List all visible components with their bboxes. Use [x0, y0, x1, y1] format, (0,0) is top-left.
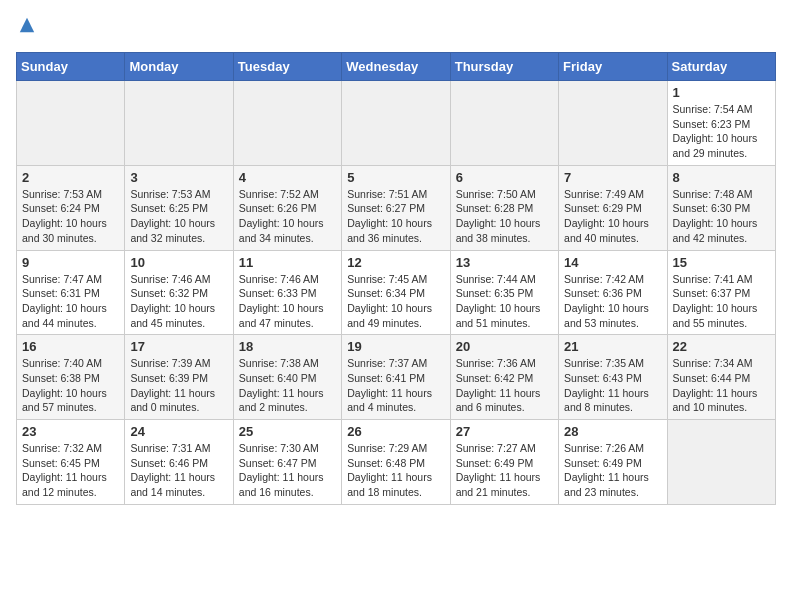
calendar-cell: 25Sunrise: 7:30 AMSunset: 6:47 PMDayligh…	[233, 420, 341, 505]
day-number: 9	[22, 255, 119, 270]
calendar-cell: 6Sunrise: 7:50 AMSunset: 6:28 PMDaylight…	[450, 165, 558, 250]
day-info: Sunrise: 7:42 AMSunset: 6:36 PMDaylight:…	[564, 272, 661, 331]
calendar-cell: 7Sunrise: 7:49 AMSunset: 6:29 PMDaylight…	[559, 165, 667, 250]
day-info: Sunrise: 7:38 AMSunset: 6:40 PMDaylight:…	[239, 356, 336, 415]
day-number: 11	[239, 255, 336, 270]
day-number: 22	[673, 339, 770, 354]
day-number: 3	[130, 170, 227, 185]
day-info: Sunrise: 7:30 AMSunset: 6:47 PMDaylight:…	[239, 441, 336, 500]
calendar-cell	[450, 81, 558, 166]
calendar-header-monday: Monday	[125, 53, 233, 81]
day-info: Sunrise: 7:53 AMSunset: 6:25 PMDaylight:…	[130, 187, 227, 246]
calendar-cell: 17Sunrise: 7:39 AMSunset: 6:39 PMDayligh…	[125, 335, 233, 420]
calendar-week-row: 2Sunrise: 7:53 AMSunset: 6:24 PMDaylight…	[17, 165, 776, 250]
day-number: 19	[347, 339, 444, 354]
day-number: 10	[130, 255, 227, 270]
calendar-header-tuesday: Tuesday	[233, 53, 341, 81]
calendar-header-wednesday: Wednesday	[342, 53, 450, 81]
calendar-cell: 11Sunrise: 7:46 AMSunset: 6:33 PMDayligh…	[233, 250, 341, 335]
calendar-week-row: 1Sunrise: 7:54 AMSunset: 6:23 PMDaylight…	[17, 81, 776, 166]
calendar-cell: 21Sunrise: 7:35 AMSunset: 6:43 PMDayligh…	[559, 335, 667, 420]
day-info: Sunrise: 7:47 AMSunset: 6:31 PMDaylight:…	[22, 272, 119, 331]
day-number: 5	[347, 170, 444, 185]
day-info: Sunrise: 7:29 AMSunset: 6:48 PMDaylight:…	[347, 441, 444, 500]
day-info: Sunrise: 7:41 AMSunset: 6:37 PMDaylight:…	[673, 272, 770, 331]
calendar-cell	[125, 81, 233, 166]
calendar-cell: 22Sunrise: 7:34 AMSunset: 6:44 PMDayligh…	[667, 335, 775, 420]
day-number: 23	[22, 424, 119, 439]
day-number: 8	[673, 170, 770, 185]
day-number: 26	[347, 424, 444, 439]
day-number: 21	[564, 339, 661, 354]
calendar-header-friday: Friday	[559, 53, 667, 81]
day-number: 20	[456, 339, 553, 354]
day-number: 14	[564, 255, 661, 270]
day-info: Sunrise: 7:53 AMSunset: 6:24 PMDaylight:…	[22, 187, 119, 246]
calendar-cell: 12Sunrise: 7:45 AMSunset: 6:34 PMDayligh…	[342, 250, 450, 335]
calendar-cell: 24Sunrise: 7:31 AMSunset: 6:46 PMDayligh…	[125, 420, 233, 505]
day-number: 16	[22, 339, 119, 354]
day-number: 28	[564, 424, 661, 439]
day-info: Sunrise: 7:46 AMSunset: 6:32 PMDaylight:…	[130, 272, 227, 331]
day-info: Sunrise: 7:37 AMSunset: 6:41 PMDaylight:…	[347, 356, 444, 415]
calendar-cell: 15Sunrise: 7:41 AMSunset: 6:37 PMDayligh…	[667, 250, 775, 335]
day-number: 4	[239, 170, 336, 185]
day-number: 27	[456, 424, 553, 439]
calendar-cell: 10Sunrise: 7:46 AMSunset: 6:32 PMDayligh…	[125, 250, 233, 335]
calendar-cell: 9Sunrise: 7:47 AMSunset: 6:31 PMDaylight…	[17, 250, 125, 335]
calendar-cell: 16Sunrise: 7:40 AMSunset: 6:38 PMDayligh…	[17, 335, 125, 420]
day-info: Sunrise: 7:44 AMSunset: 6:35 PMDaylight:…	[456, 272, 553, 331]
calendar-cell: 19Sunrise: 7:37 AMSunset: 6:41 PMDayligh…	[342, 335, 450, 420]
calendar-cell: 13Sunrise: 7:44 AMSunset: 6:35 PMDayligh…	[450, 250, 558, 335]
day-info: Sunrise: 7:50 AMSunset: 6:28 PMDaylight:…	[456, 187, 553, 246]
page-header	[16, 16, 776, 42]
calendar-cell: 14Sunrise: 7:42 AMSunset: 6:36 PMDayligh…	[559, 250, 667, 335]
logo-icon	[18, 16, 36, 34]
calendar-cell	[342, 81, 450, 166]
day-number: 25	[239, 424, 336, 439]
day-number: 18	[239, 339, 336, 354]
calendar-cell: 1Sunrise: 7:54 AMSunset: 6:23 PMDaylight…	[667, 81, 775, 166]
calendar-cell	[667, 420, 775, 505]
calendar-week-row: 9Sunrise: 7:47 AMSunset: 6:31 PMDaylight…	[17, 250, 776, 335]
calendar-cell: 5Sunrise: 7:51 AMSunset: 6:27 PMDaylight…	[342, 165, 450, 250]
calendar-cell: 20Sunrise: 7:36 AMSunset: 6:42 PMDayligh…	[450, 335, 558, 420]
svg-marker-0	[20, 18, 34, 32]
day-info: Sunrise: 7:34 AMSunset: 6:44 PMDaylight:…	[673, 356, 770, 415]
calendar-header-thursday: Thursday	[450, 53, 558, 81]
calendar-cell	[17, 81, 125, 166]
day-info: Sunrise: 7:46 AMSunset: 6:33 PMDaylight:…	[239, 272, 336, 331]
calendar-header-row: SundayMondayTuesdayWednesdayThursdayFrid…	[17, 53, 776, 81]
day-info: Sunrise: 7:32 AMSunset: 6:45 PMDaylight:…	[22, 441, 119, 500]
day-number: 1	[673, 85, 770, 100]
day-number: 17	[130, 339, 227, 354]
day-info: Sunrise: 7:48 AMSunset: 6:30 PMDaylight:…	[673, 187, 770, 246]
day-info: Sunrise: 7:36 AMSunset: 6:42 PMDaylight:…	[456, 356, 553, 415]
calendar-cell: 3Sunrise: 7:53 AMSunset: 6:25 PMDaylight…	[125, 165, 233, 250]
day-info: Sunrise: 7:35 AMSunset: 6:43 PMDaylight:…	[564, 356, 661, 415]
day-info: Sunrise: 7:27 AMSunset: 6:49 PMDaylight:…	[456, 441, 553, 500]
calendar-cell	[559, 81, 667, 166]
calendar-week-row: 16Sunrise: 7:40 AMSunset: 6:38 PMDayligh…	[17, 335, 776, 420]
logo	[16, 16, 36, 42]
day-info: Sunrise: 7:39 AMSunset: 6:39 PMDaylight:…	[130, 356, 227, 415]
day-number: 13	[456, 255, 553, 270]
day-info: Sunrise: 7:51 AMSunset: 6:27 PMDaylight:…	[347, 187, 444, 246]
calendar-week-row: 23Sunrise: 7:32 AMSunset: 6:45 PMDayligh…	[17, 420, 776, 505]
day-info: Sunrise: 7:52 AMSunset: 6:26 PMDaylight:…	[239, 187, 336, 246]
day-info: Sunrise: 7:49 AMSunset: 6:29 PMDaylight:…	[564, 187, 661, 246]
day-info: Sunrise: 7:31 AMSunset: 6:46 PMDaylight:…	[130, 441, 227, 500]
calendar-table: SundayMondayTuesdayWednesdayThursdayFrid…	[16, 52, 776, 505]
calendar-header-saturday: Saturday	[667, 53, 775, 81]
calendar-cell	[233, 81, 341, 166]
calendar-cell: 28Sunrise: 7:26 AMSunset: 6:49 PMDayligh…	[559, 420, 667, 505]
day-number: 6	[456, 170, 553, 185]
day-number: 12	[347, 255, 444, 270]
calendar-cell: 4Sunrise: 7:52 AMSunset: 6:26 PMDaylight…	[233, 165, 341, 250]
day-info: Sunrise: 7:45 AMSunset: 6:34 PMDaylight:…	[347, 272, 444, 331]
calendar-cell: 27Sunrise: 7:27 AMSunset: 6:49 PMDayligh…	[450, 420, 558, 505]
day-number: 7	[564, 170, 661, 185]
calendar-cell: 26Sunrise: 7:29 AMSunset: 6:48 PMDayligh…	[342, 420, 450, 505]
calendar-header-sunday: Sunday	[17, 53, 125, 81]
day-number: 2	[22, 170, 119, 185]
